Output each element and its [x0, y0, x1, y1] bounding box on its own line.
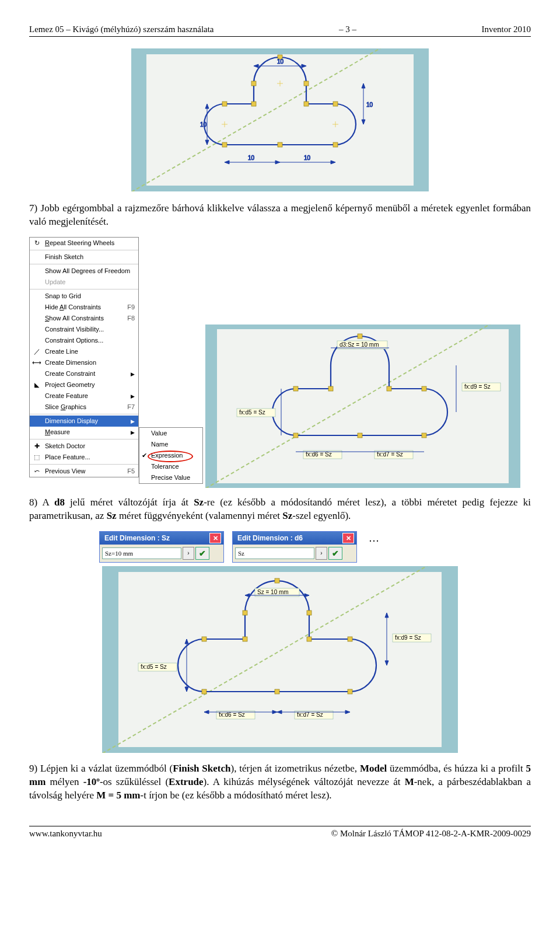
ctx-create-constraint[interactable]: Create Constraint▶	[30, 368, 138, 379]
svg-rect-37	[358, 334, 362, 339]
ctx-create-dim[interactable]: ⟷Create Dimension	[30, 357, 138, 368]
dlg2-input[interactable]	[235, 547, 314, 559]
svg-marker-29	[331, 161, 335, 164]
ctx-create-feature[interactable]: Create Feature▶	[30, 390, 138, 402]
expr-br-4: fx:d7 = Sz	[297, 711, 323, 718]
dim-right: 10	[366, 102, 373, 108]
ctx-snap-grid[interactable]: Snap to Grid	[30, 291, 138, 302]
expr-right-2: fx:d9 = Sz	[464, 383, 491, 390]
ctx-previous-view[interactable]: ⤺Previous ViewF5	[30, 466, 138, 477]
sub-precise[interactable]: Precise Value	[139, 472, 202, 483]
p7-text: Jobb egérgombbal a rajzmezőre bárhová kl…	[29, 203, 531, 227]
footer-right: © Molnár László TÁMOP 412-08-2-A-KMR-200…	[331, 828, 531, 839]
close-icon[interactable]: ✕	[342, 533, 354, 543]
sub-value[interactable]: Value	[139, 428, 202, 439]
sub-name[interactable]: Name	[139, 439, 202, 450]
sub-tolerance[interactable]: Tolerance	[139, 461, 202, 472]
svg-rect-35	[358, 433, 362, 438]
ctx-sketch-doctor[interactable]: ✚Sketch Doctor	[30, 441, 138, 452]
footer-left: www.tankonyvtar.hu	[29, 828, 102, 839]
paragraph-7: 7) Jobb egérgombbal a rajzmezőre bárhová…	[29, 202, 531, 229]
dim-br: 10	[304, 155, 311, 161]
svg-marker-18	[302, 64, 306, 68]
dlg1-input[interactable]	[102, 547, 181, 559]
ctx-show-dof[interactable]: Show All Degrees of Freedom	[30, 266, 138, 277]
expr-left-4: fx:d5 = Sz	[141, 664, 167, 670]
svg-marker-76	[277, 710, 282, 714]
line-icon: ／	[32, 347, 41, 357]
svg-rect-52	[202, 689, 206, 694]
p7-num: 7)	[29, 203, 41, 214]
svg-marker-64	[245, 594, 250, 597]
svg-rect-9	[333, 102, 338, 106]
context-menu[interactable]: ↻RRepeat Steering Wheelsepeat Steering W…	[29, 237, 139, 477]
svg-rect-7	[251, 102, 256, 106]
spin-button[interactable]: ›	[183, 547, 194, 560]
ctx-hide-constraints[interactable]: Hide All ConstraintsF9	[30, 302, 138, 313]
svg-rect-56	[243, 610, 247, 615]
svg-rect-53	[275, 689, 279, 694]
expr-bl-2: fx:d6 = Sz	[306, 451, 332, 458]
svg-rect-55	[275, 578, 279, 583]
expr-top-2: d3:Sz = 10 mm	[340, 341, 379, 348]
doctor-icon: ✚	[32, 442, 41, 451]
ctx-dimension-display[interactable]: Dimension Display▶	[30, 416, 138, 427]
figure-sketch-2: d3:Sz = 10 mm fx:d5 = Sz fx:d9 = Sz fx:d…	[205, 325, 520, 488]
close-icon[interactable]: ✕	[209, 533, 221, 543]
profile-outline	[204, 57, 356, 145]
dimension-display-submenu[interactable]: Value Name ✔Expression Tolerance Precise…	[139, 427, 203, 484]
repeat-icon: ↻	[32, 239, 41, 248]
constraint-points	[222, 55, 338, 147]
spin-button[interactable]: ›	[316, 547, 327, 560]
footer-rule	[29, 826, 531, 826]
svg-marker-71	[385, 661, 388, 665]
paragraph-8: 8) A d8 jelű méret változóját írja át Sz…	[29, 496, 531, 523]
ctx-measure[interactable]: Measure▶	[30, 427, 138, 438]
ctx-finish-sketch[interactable]: Finish Sketch	[30, 252, 138, 263]
ctx-slice[interactable]: Slice GraphicsF7	[30, 402, 138, 413]
svg-rect-57	[307, 610, 312, 615]
svg-marker-68	[185, 687, 188, 692]
page-footer: www.tankonyvtar.hu © Molnár László TÁMOP…	[29, 828, 531, 839]
dim-lines-1: 10 10 10 10 10	[200, 58, 373, 164]
svg-marker-65	[304, 594, 309, 597]
svg-marker-17	[254, 64, 258, 68]
svg-rect-33	[422, 386, 426, 391]
svg-marker-23	[362, 83, 365, 88]
svg-rect-30	[293, 386, 298, 391]
header-left: Lemez 05 – Kivágó (mélyhúzó) szerszám ha…	[29, 23, 214, 35]
svg-rect-54	[348, 689, 352, 694]
svg-rect-51	[348, 637, 352, 641]
ctx-constraint-vis[interactable]: Constraint Visibility...	[30, 324, 138, 335]
ctx-create-line[interactable]: ／Create Line	[30, 346, 138, 357]
header-center: – 3 –	[339, 23, 356, 35]
svg-marker-27	[275, 161, 280, 164]
ctx-project-geom[interactable]: ◣Project Geometry	[30, 379, 138, 390]
svg-rect-49	[243, 637, 247, 641]
dim-left: 10	[200, 121, 207, 128]
ctx-show-constraints[interactable]: Show All ConstraintsF8	[30, 313, 138, 324]
dimension-icon: ⟷	[32, 358, 41, 368]
ok-button[interactable]: ✔	[195, 547, 209, 560]
svg-marker-67	[185, 639, 188, 644]
dlg1-title: Edit Dimension : Sz	[104, 533, 170, 543]
expr-br-2: fx:d7 = Sz	[377, 451, 403, 458]
svg-rect-12	[333, 142, 338, 147]
svg-rect-15	[304, 81, 309, 86]
edit-dimension-sz-dialog[interactable]: Edit Dimension : Sz✕ › ✔	[99, 531, 224, 563]
edit-dimension-d6-dialog[interactable]: Edit Dimension : d6✕ › ✔	[232, 531, 357, 563]
ctx-constraint-opt[interactable]: Constraint Options...	[30, 335, 138, 346]
ctx-place-feature[interactable]: ⬚Place Feature...	[30, 452, 138, 463]
header-right: Inventor 2010	[481, 23, 531, 35]
ok-button[interactable]: ✔	[328, 547, 342, 560]
svg-marker-26	[225, 161, 229, 164]
dim-top: 10	[277, 58, 284, 65]
sub-expression[interactable]: ✔Expression	[139, 450, 202, 461]
sketch-svg-1: 10 10 10 10 10	[131, 48, 429, 191]
svg-rect-36	[422, 433, 426, 438]
ctx-repeat[interactable]: ↻RRepeat Steering Wheelsepeat Steering W…	[30, 238, 138, 249]
svg-rect-11	[278, 142, 282, 147]
svg-marker-77	[345, 710, 350, 714]
svg-rect-10	[222, 142, 227, 147]
project-icon: ◣	[32, 381, 41, 390]
